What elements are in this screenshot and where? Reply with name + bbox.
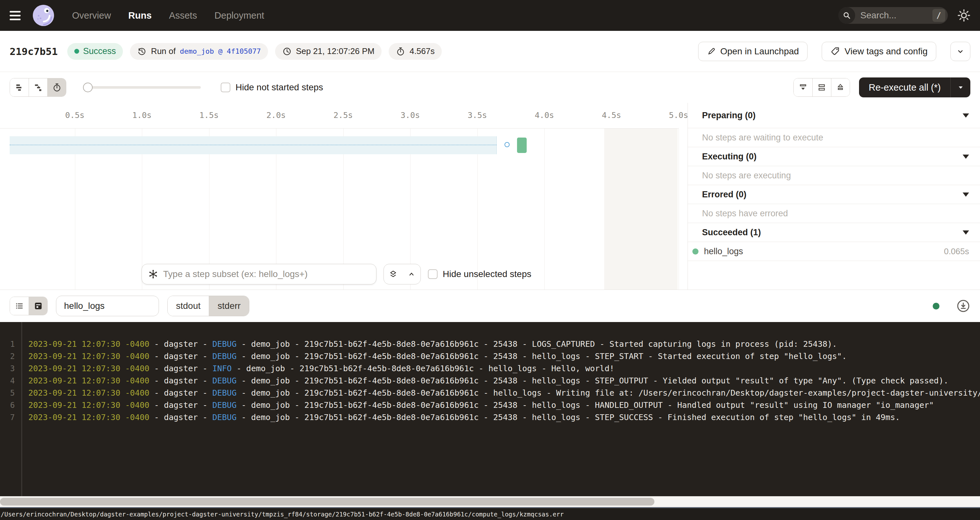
caret-down-icon — [963, 230, 969, 235]
log-step-filter-input[interactable]: hello_logs — [56, 296, 159, 316]
view-flat-button[interactable] — [10, 78, 29, 97]
step-bar-hello-logs[interactable] — [517, 138, 527, 153]
step-subset-input[interactable]: Type a step subset (ex: hello_logs+) — [142, 264, 376, 284]
log-line-text: 2023-09-21 12:07:30 -0400 - dagster - IN… — [15, 363, 980, 375]
gridline — [544, 128, 545, 290]
search-placeholder: Search... — [855, 10, 932, 21]
axis-tick: 4.5s — [601, 111, 621, 120]
log-line-number: 5 — [0, 387, 15, 399]
reexecute-dropdown-button[interactable] — [950, 78, 970, 97]
step-success-dot-icon — [692, 249, 698, 255]
panel-section-header[interactable]: Executing (0) — [688, 147, 980, 166]
dagster-octopus-icon — [33, 5, 54, 26]
panel-section-title: Preparing (0) — [702, 111, 756, 120]
hide-unselected-checkbox[interactable] — [428, 270, 438, 279]
settings-gear-icon[interactable] — [958, 9, 970, 22]
log-line: 32023-09-21 12:07:30 -0400 - dagster - I… — [0, 363, 980, 375]
nav-item-deployment[interactable]: Deployment — [214, 10, 264, 21]
log-line: 62023-09-21 12:07:30 -0400 - dagster - D… — [0, 399, 980, 411]
gantt-chart: 0.5s1.0s1.5s2.0s2.5s3.0s3.5s4.0s4.5s5.0s… — [0, 103, 687, 290]
horizontal-scrollbar[interactable] — [0, 496, 980, 507]
chevron-up-icon — [408, 270, 415, 278]
job-link[interactable]: demo_job @ 4f105077 — [180, 47, 261, 55]
open-in-launchpad-button[interactable]: Open in Launchpad — [698, 42, 808, 61]
log-timestamp: 2023-09-21 12:07:30 -0400 — [28, 352, 149, 361]
log-level: DEBUG — [212, 400, 237, 410]
stopwatch-icon — [52, 82, 62, 92]
run-of-pill: Run of demo_job @ 4f105077 — [130, 43, 268, 60]
log-lines: 12023-09-21 12:07:30 -0400 - dagster - D… — [0, 338, 980, 423]
split-view-button[interactable] — [812, 78, 831, 97]
reexecute-label[interactable]: Re-execute all (*) — [859, 78, 950, 97]
status-bar: /Users/erincochran/Desktop/dagster-examp… — [0, 507, 980, 520]
step-name: hello_logs — [704, 246, 743, 257]
download-log-button[interactable] — [956, 299, 970, 313]
axis-tick: 1.5s — [199, 111, 218, 120]
log-timestamp: 2023-09-21 12:07:30 -0400 — [28, 376, 149, 385]
panel-step-row[interactable]: hello_logs0.065s — [688, 242, 980, 261]
view-waterfall-button[interactable] — [29, 78, 47, 97]
log-level: INFO — [212, 364, 232, 373]
layers-icon — [389, 270, 398, 279]
stopwatch-icon — [396, 47, 406, 56]
structured-log-button[interactable] — [10, 297, 29, 315]
search-input[interactable]: Search... / — [838, 7, 948, 24]
caret-down-icon — [963, 192, 969, 197]
zoom-slider[interactable] — [83, 82, 201, 92]
collapse-query-button[interactable] — [402, 264, 420, 284]
axis-tick: 2.5s — [333, 111, 353, 120]
pencil-icon — [707, 47, 716, 56]
panel-empty-message: No steps have errored — [688, 204, 980, 223]
expand-top-button[interactable] — [831, 78, 850, 97]
panel-empty-message: No steps are executing — [688, 166, 980, 185]
log-level: DEBUG — [212, 339, 237, 349]
nav-item-assets[interactable]: Assets — [169, 10, 197, 21]
waterfall-icon — [33, 82, 43, 92]
log-level: DEBUG — [212, 352, 237, 361]
top-nav: OverviewRunsAssetsDeployment Search... / — [0, 0, 980, 31]
after-run-end-region — [604, 128, 678, 290]
raw-log-button[interactable] — [29, 297, 47, 315]
nav-item-overview[interactable]: Overview — [72, 10, 111, 21]
hide-unselected-checkbox-row[interactable]: Hide unselected steps — [428, 269, 531, 279]
dagster-logo[interactable] — [33, 5, 54, 26]
log-line-text: 2023-09-21 12:07:30 -0400 - dagster - DE… — [15, 387, 980, 399]
history-icon — [137, 47, 147, 56]
reexecute-all-button[interactable]: Re-execute all (*) — [859, 78, 970, 97]
log-timestamp: 2023-09-21 12:07:30 -0400 — [28, 388, 149, 398]
log-level: DEBUG — [212, 413, 237, 422]
download-icon — [956, 299, 970, 313]
run-header-more-button[interactable] — [950, 42, 970, 61]
axis-tick: 0.5s — [65, 111, 84, 120]
log-line-text: 2023-09-21 12:07:30 -0400 - dagster - DE… — [15, 411, 980, 423]
panel-layout-group — [793, 78, 850, 97]
panel-section-header[interactable]: Errored (0) — [688, 185, 980, 204]
split-rows-icon — [817, 82, 827, 92]
slider-track — [83, 86, 201, 89]
nav-item-runs[interactable]: Runs — [128, 10, 152, 21]
panel-section-header[interactable]: Preparing (0) — [688, 103, 980, 128]
scrollbar-thumb[interactable] — [0, 498, 654, 506]
view-tags-config-button[interactable]: View tags and config — [822, 42, 936, 61]
slider-knob[interactable] — [83, 82, 93, 92]
hide-not-started-checkbox[interactable] — [221, 82, 231, 92]
panel-section-title: Executing (0) — [702, 152, 757, 162]
panel-section-header[interactable]: Succeeded (1) — [688, 223, 980, 242]
step-subset-row: Type a step subset (ex: hello_logs+) — [142, 264, 531, 284]
view-timed-button[interactable] — [47, 78, 66, 97]
hide-not-started-label: Hide not started steps — [235, 82, 323, 93]
tab-stderr[interactable]: stderr — [209, 296, 249, 316]
collapse-bottom-button[interactable] — [794, 78, 812, 97]
log-view-mode-group — [10, 296, 48, 315]
log-line-text: 2023-09-21 12:07:30 -0400 - dagster - DE… — [15, 399, 980, 411]
graph-query-group — [383, 264, 421, 284]
caret-down-icon — [958, 84, 964, 90]
log-line-number: 2 — [0, 350, 15, 363]
duration-pill: 4.567s — [389, 43, 442, 60]
graph-layers-button[interactable] — [384, 264, 402, 284]
hamburger-menu-icon[interactable] — [10, 8, 24, 22]
log-line-text: 2023-09-21 12:07:30 -0400 - dagster - DE… — [15, 338, 980, 350]
hide-not-started-checkbox-row[interactable]: Hide not started steps — [221, 82, 323, 93]
log-line: 42023-09-21 12:07:30 -0400 - dagster - D… — [0, 375, 980, 387]
tab-stdout[interactable]: stdout — [168, 296, 209, 316]
